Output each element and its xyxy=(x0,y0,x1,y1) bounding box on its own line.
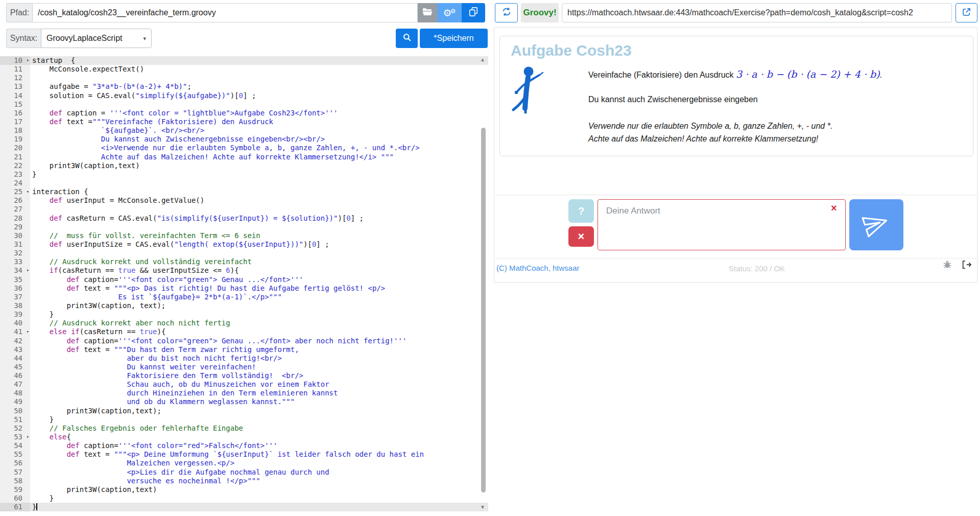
line-number[interactable]: 42 xyxy=(0,337,30,345)
code-line[interactable]: 41▾ else if(casReturn == true){ xyxy=(0,327,488,336)
code-line[interactable]: 42 def caption='''<font color="green"> G… xyxy=(0,337,488,345)
code-line[interactable]: 45 Du kannst weiter vereinfachen! xyxy=(0,363,488,371)
code-line[interactable]: 49 und ob du Klammern weglassen kannst."… xyxy=(0,397,488,406)
line-number[interactable]: 58 xyxy=(0,477,30,485)
code-line[interactable]: 54 def caption='''<font color="red">Fals… xyxy=(0,441,488,450)
code-line[interactable]: 34▾ if(casReturn == true && userInputSiz… xyxy=(0,266,488,275)
line-number[interactable]: 30 xyxy=(0,231,30,240)
line-number[interactable]: 59 xyxy=(0,485,30,494)
code-editor[interactable]: 10▾startup {11 McConsole.expectText()121… xyxy=(0,56,488,512)
code-line[interactable]: 43 def text = """Du hast den Term zwar r… xyxy=(0,345,488,354)
fold-arrow-icon[interactable]: ▾ xyxy=(27,433,29,441)
code-line[interactable]: 40 // Ausdruck korrekt aber noch nicht f… xyxy=(0,319,488,327)
code-line[interactable]: 29 xyxy=(0,223,488,231)
code-line[interactable]: 57 <p>Lies dir die Aufgabe nochmal genau… xyxy=(0,468,488,477)
line-number[interactable]: 44 xyxy=(0,354,30,363)
code-line[interactable]: 14 solution = CAS.eval("simplify(${aufga… xyxy=(0,91,488,100)
line-number[interactable]: 43 xyxy=(0,345,30,354)
line-number[interactable]: 25▾ xyxy=(0,187,30,196)
code-line[interactable]: 13 aufgabe = "3*a*b-(b*(a-2)+ 4*b)"; xyxy=(0,82,488,91)
code-line[interactable]: 28 def casReturn = CAS.eval("is(simplify… xyxy=(0,214,488,223)
code-line[interactable]: 10▾startup { xyxy=(0,56,488,65)
path-input[interactable] xyxy=(32,3,418,22)
line-number[interactable]: 57 xyxy=(0,468,30,477)
line-number[interactable]: 36 xyxy=(0,284,30,293)
code-line[interactable]: 33 // Ausdruck korrekt und vollständig v… xyxy=(0,257,488,266)
line-number[interactable]: 27 xyxy=(0,205,30,214)
code-line[interactable]: 55 def text = """<p> Deine Umformung `${… xyxy=(0,450,488,459)
code-line[interactable]: 21 Achte auf das Malzeichen! Achte auf k… xyxy=(0,153,488,161)
line-number[interactable]: 32 xyxy=(0,249,30,257)
code-line[interactable]: 30 // muss für vollst. vereinfachten Ter… xyxy=(0,231,488,240)
code-line[interactable]: 37 Es ist `${aufgabe}= 2*b*(a-1)`.</p>""… xyxy=(0,293,488,301)
line-number[interactable]: 47 xyxy=(0,380,30,389)
line-number[interactable]: 61 xyxy=(0,503,30,511)
fold-arrow-icon[interactable]: ▾ xyxy=(27,56,29,65)
line-number[interactable]: 12 xyxy=(0,74,30,82)
scroll-up-icon[interactable]: ▲ xyxy=(480,57,485,62)
code-line[interactable]: 31 def userInputSize = CAS.eval("length(… xyxy=(0,240,488,249)
clear-answer-button[interactable]: × xyxy=(568,226,594,247)
line-number[interactable]: 23 xyxy=(0,170,30,179)
code-line[interactable]: 46 Faktorisiere den Term vollständig! <b… xyxy=(0,371,488,380)
code-line[interactable]: 52 // Falsches Ergebnis oder fehlerhafte… xyxy=(0,424,488,433)
answer-textarea[interactable] xyxy=(597,199,846,250)
code-line[interactable]: 23} xyxy=(0,170,488,179)
code-line[interactable]: 27 xyxy=(0,205,488,214)
line-number[interactable]: 51 xyxy=(0,415,30,424)
code-line[interactable]: 50 print3W(caption,text); xyxy=(0,407,488,415)
line-number[interactable]: 21 xyxy=(0,153,30,161)
line-number[interactable]: 41▾ xyxy=(0,327,30,336)
code-line[interactable]: 51 } xyxy=(0,415,488,424)
fold-arrow-icon[interactable]: ▾ xyxy=(27,187,29,196)
code-line[interactable]: 17 def text ="""Vereinfache (Faktorisier… xyxy=(0,118,488,126)
line-number[interactable]: 39 xyxy=(0,310,30,319)
line-number[interactable]: 18 xyxy=(0,126,30,135)
fold-arrow-icon[interactable]: ▾ xyxy=(27,327,29,336)
answer-clear-icon[interactable]: × xyxy=(831,202,837,214)
code-line[interactable]: 56 Malzeichen vergessen.<p/> xyxy=(0,459,488,467)
save-button[interactable]: *Speichern xyxy=(420,29,488,48)
send-answer-button[interactable] xyxy=(849,199,903,250)
code-line[interactable]: 32 xyxy=(0,249,488,257)
help-button[interactable]: ? xyxy=(568,199,594,223)
debug-button[interactable] xyxy=(941,259,953,271)
line-number[interactable]: 19 xyxy=(0,135,30,144)
fold-arrow-icon[interactable]: ▾ xyxy=(27,266,29,275)
line-number[interactable]: 60 xyxy=(0,494,30,503)
line-number[interactable]: 15 xyxy=(0,100,30,109)
line-number[interactable]: 26 xyxy=(0,196,30,205)
line-number[interactable]: 29 xyxy=(0,223,30,231)
line-number[interactable]: 48 xyxy=(0,389,30,397)
open-file-button[interactable] xyxy=(418,3,437,22)
line-number[interactable]: 28 xyxy=(0,214,30,223)
code-line[interactable]: 36 def text = """<p> Das ist richtig! Du… xyxy=(0,284,488,293)
line-number[interactable]: 53▾ xyxy=(0,433,30,441)
open-external-button[interactable] xyxy=(955,3,977,22)
code-line[interactable]: 22 print3W(caption,text) xyxy=(0,161,488,170)
code-line[interactable]: 16 def caption = '''<font color = "light… xyxy=(0,109,488,118)
code-line[interactable]: 20 <i>Verwende nur die erlaubten Symbole… xyxy=(0,144,488,152)
code-line[interactable]: 53▾ else{ xyxy=(0,433,488,441)
settings-button[interactable]: ⚙⚙ xyxy=(437,3,462,22)
code-line[interactable]: 35 def caption='''<font color="green"> G… xyxy=(0,275,488,284)
line-number[interactable]: 10▾ xyxy=(0,56,30,65)
line-number[interactable]: 20 xyxy=(0,144,30,152)
copy-button[interactable] xyxy=(462,3,485,22)
code-line[interactable]: 12 xyxy=(0,74,488,82)
line-number[interactable]: 38 xyxy=(0,301,30,310)
code-line[interactable]: 44 aber du bist noch nicht fertig!<br/> xyxy=(0,354,488,363)
line-number[interactable]: 13 xyxy=(0,82,30,91)
line-number[interactable]: 11 xyxy=(0,65,30,74)
code-line[interactable]: 25▾interaction { xyxy=(0,187,488,196)
line-number[interactable]: 50 xyxy=(0,407,30,415)
line-number[interactable]: 31 xyxy=(0,240,30,249)
line-number[interactable]: 49 xyxy=(0,397,30,406)
code-line[interactable]: 60 } xyxy=(0,494,488,503)
line-number[interactable]: 52 xyxy=(0,424,30,433)
line-number[interactable]: 56 xyxy=(0,459,30,467)
line-number[interactable]: 46 xyxy=(0,371,30,380)
code-line[interactable]: 26 def userInput = McConsole.getValue() xyxy=(0,196,488,205)
code-line[interactable]: 48 durch Hineinziehen in den Term elemin… xyxy=(0,389,488,397)
line-number[interactable]: 33 xyxy=(0,257,30,266)
